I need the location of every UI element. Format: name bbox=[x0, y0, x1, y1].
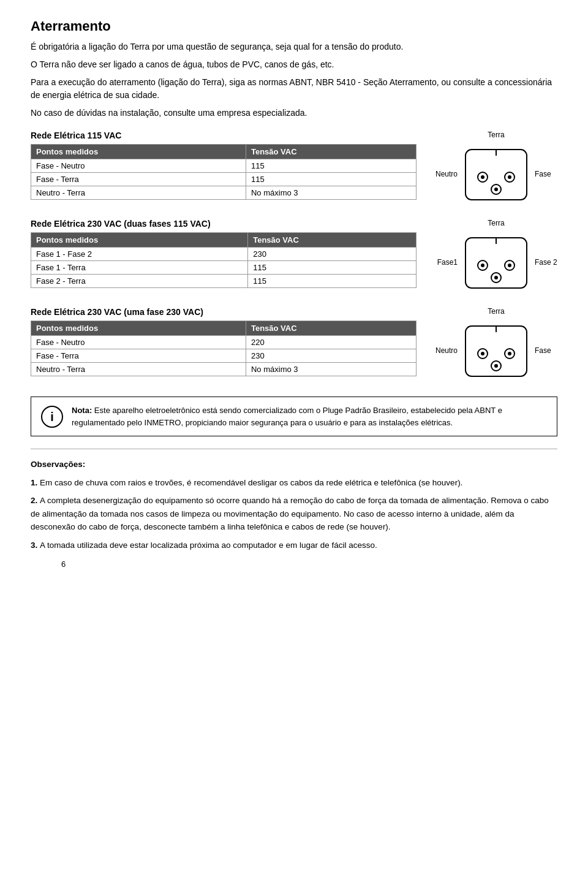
svg-rect-0 bbox=[466, 150, 527, 200]
left-label-2: Fase1 bbox=[424, 258, 458, 267]
observacoes-title: Observações: bbox=[31, 458, 557, 471]
right-label-2: Fase 2 bbox=[535, 258, 568, 267]
section2-title: Rede Elétrica 230 VAC (duas fases 115 VA… bbox=[31, 219, 417, 229]
left-label-3: Neutro bbox=[424, 346, 458, 355]
section3-table: Pontos medidos Tensão VAC Fase - Neutro … bbox=[31, 321, 417, 376]
table-row: Fase 2 - Terra 115 bbox=[31, 275, 417, 288]
table-row: Fase 1 - Terra 115 bbox=[31, 261, 417, 275]
section3-left: Rede Elétrica 230 VAC (uma fase 230 VAC)… bbox=[31, 307, 417, 376]
section2-col2: Tensão VAC bbox=[248, 233, 417, 248]
section1-left: Rede Elétrica 115 VAC Pontos medidos Ten… bbox=[31, 131, 417, 200]
terra-label-3: Terra bbox=[488, 307, 504, 316]
cell: No máximo 3 bbox=[246, 186, 416, 200]
table-row: Fase 1 - Fase 2 230 bbox=[31, 248, 417, 261]
right-label-3: Fase bbox=[535, 346, 568, 355]
intro-p1: É obrigatória a ligação do Terra por uma… bbox=[31, 40, 557, 53]
outlet-svg-2 bbox=[462, 229, 530, 296]
section-230vac-2fase: Rede Elétrica 230 VAC (duas fases 115 VA… bbox=[31, 219, 557, 296]
page-title: Aterramento bbox=[31, 18, 557, 34]
section2-col1: Pontos medidos bbox=[31, 233, 248, 248]
svg-point-11 bbox=[481, 264, 484, 267]
svg-point-15 bbox=[494, 276, 498, 279]
section3-col1: Pontos medidos bbox=[31, 321, 246, 336]
cell: Fase 1 - Fase 2 bbox=[31, 248, 248, 261]
svg-rect-8 bbox=[466, 238, 527, 288]
section2-table: Pontos medidos Tensão VAC Fase 1 - Fase … bbox=[31, 232, 417, 288]
nota-label: Nota: bbox=[72, 406, 92, 415]
outlet-svg-3 bbox=[462, 317, 530, 384]
cell: Fase - Neutro bbox=[31, 336, 246, 349]
table-row: Fase - Neutro 115 bbox=[31, 159, 417, 173]
svg-point-5 bbox=[508, 175, 511, 179]
section3-diagram: Terra Neutro Fase bbox=[435, 307, 557, 384]
cell: Fase 2 - Terra bbox=[31, 275, 248, 288]
outlet-svg-1 bbox=[462, 140, 530, 208]
section1-table: Pontos medidos Tensão VAC Fase - Neutro … bbox=[31, 144, 417, 200]
table-row: Neutro - Terra No máximo 3 bbox=[31, 363, 417, 376]
nota-body: Este aparelho eletroeletrônico está send… bbox=[72, 406, 502, 427]
outlet-row-3: Neutro Fase bbox=[424, 317, 568, 384]
info-icon: i bbox=[41, 406, 63, 428]
cell: Fase - Neutro bbox=[31, 159, 246, 173]
section1-title: Rede Elétrica 115 VAC bbox=[31, 131, 417, 140]
intro-section: É obrigatória a ligação do Terra por uma… bbox=[31, 40, 557, 120]
svg-point-7 bbox=[494, 188, 498, 191]
cell: No máximo 3 bbox=[246, 363, 416, 376]
table-row: Fase - Terra 115 bbox=[31, 173, 417, 186]
cell: 115 bbox=[246, 159, 416, 173]
svg-rect-16 bbox=[466, 326, 527, 376]
page-number: 6 bbox=[61, 560, 588, 569]
observacoes-section: Observações: 1. Em caso de chuva com rai… bbox=[31, 458, 557, 552]
svg-point-19 bbox=[481, 352, 484, 355]
cell: Fase - Terra bbox=[31, 349, 246, 363]
table-row: Fase - Neutro 220 bbox=[31, 336, 417, 349]
nota-box: i Nota: Este aparelho eletroeletrônico e… bbox=[31, 397, 557, 436]
intro-p4: No caso de dúvidas na instalação, consul… bbox=[31, 107, 557, 120]
svg-point-3 bbox=[481, 175, 484, 179]
outlet-row-2: Fase1 Fase 2 bbox=[424, 229, 568, 296]
cell: 230 bbox=[246, 349, 416, 363]
terra-label-2: Terra bbox=[488, 219, 504, 227]
section1-col2: Tensão VAC bbox=[246, 145, 416, 159]
section3-title: Rede Elétrica 230 VAC (uma fase 230 VAC) bbox=[31, 307, 417, 317]
left-label-1: Neutro bbox=[424, 170, 458, 178]
section-115vac: Rede Elétrica 115 VAC Pontos medidos Ten… bbox=[31, 131, 557, 208]
table-row: Neutro - Terra No máximo 3 bbox=[31, 186, 417, 200]
outlet-row-1: Neutro Fase bbox=[424, 140, 568, 208]
section2-left: Rede Elétrica 230 VAC (duas fases 115 VA… bbox=[31, 219, 417, 288]
nota-text: Nota: Este aparelho eletroeletrônico est… bbox=[72, 404, 547, 428]
right-label-1: Fase bbox=[535, 170, 568, 178]
section1-col1: Pontos medidos bbox=[31, 145, 246, 159]
cell: Fase - Terra bbox=[31, 173, 246, 186]
section-divider bbox=[31, 449, 557, 449]
section-230vac-1fase: Rede Elétrica 230 VAC (uma fase 230 VAC)… bbox=[31, 307, 557, 384]
intro-p3: Para a execução do aterramento (ligação … bbox=[31, 76, 557, 102]
cell: Neutro - Terra bbox=[31, 363, 246, 376]
intro-p2: O Terra não deve ser ligado a canos de á… bbox=[31, 58, 557, 71]
cell: 230 bbox=[248, 248, 417, 261]
section1-diagram: Terra Neutro bbox=[435, 131, 557, 208]
obs-item-3: 3. A tomada utilizada deve estar localiz… bbox=[31, 539, 557, 552]
cell: Neutro - Terra bbox=[31, 186, 246, 200]
terra-label-1: Terra bbox=[488, 131, 504, 139]
cell: Fase 1 - Terra bbox=[31, 261, 248, 275]
section3-col2: Tensão VAC bbox=[246, 321, 416, 336]
cell: 115 bbox=[246, 173, 416, 186]
svg-point-13 bbox=[508, 264, 511, 267]
table-row: Fase - Terra 230 bbox=[31, 349, 417, 363]
section2-diagram: Terra Fase1 Fase 2 bbox=[435, 219, 557, 296]
obs-item-2: 2. A completa desenergização do equipame… bbox=[31, 494, 557, 534]
svg-point-23 bbox=[494, 364, 498, 368]
obs-item-1: 1. Em caso de chuva com raios e trovões,… bbox=[31, 476, 557, 490]
cell: 115 bbox=[248, 261, 417, 275]
svg-point-21 bbox=[508, 352, 511, 355]
cell: 115 bbox=[248, 275, 417, 288]
cell: 220 bbox=[246, 336, 416, 349]
